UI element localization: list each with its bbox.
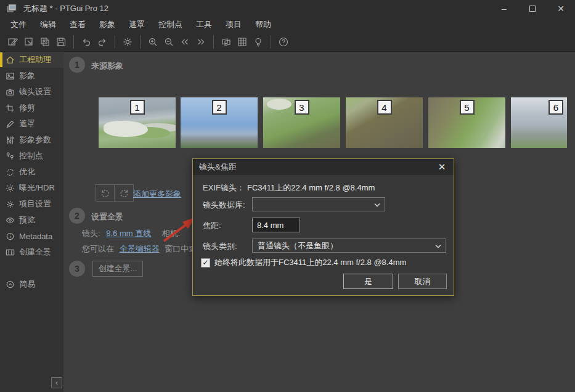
menu-project[interactable]: 项目 (219, 17, 248, 32)
sidebar-item-mask[interactable]: 遮罩 (0, 116, 63, 132)
dialog-close-button[interactable]: ✕ (435, 161, 449, 173)
zoom-in-icon[interactable] (145, 34, 161, 50)
sidebar-item-project-settings[interactable]: 项目设置 (0, 196, 63, 212)
sidebar-item-simple-mode[interactable]: 简易 (0, 276, 63, 292)
panorama-editor-link[interactable]: 全景编辑器 (120, 244, 160, 253)
settings-gear-icon[interactable] (120, 34, 136, 50)
zoom-out-icon[interactable] (161, 34, 177, 50)
panorama-editor-icon[interactable] (218, 34, 234, 50)
toolbar (0, 32, 575, 52)
edit-project-icon[interactable] (5, 34, 21, 50)
sidebar-item-metadata[interactable]: Metadata (0, 228, 63, 244)
lightbulb-icon[interactable] (250, 34, 266, 50)
lens-type-label: 镜头类别: (203, 241, 237, 252)
menu-tools[interactable]: 工具 (189, 17, 219, 32)
sidebar-collapse-button[interactable]: ‹ (51, 377, 62, 388)
sidebar-item-create-panorama[interactable]: 创建全景 (0, 244, 63, 260)
ptgui-window: 无标题 * - PTGui Pro 12 – ✕ 文件 编辑 查看 影象 遮罩 … (0, 0, 575, 392)
chevron-down-icon (435, 244, 441, 248)
minimize-button[interactable]: – (490, 0, 518, 17)
redo-icon[interactable] (94, 34, 110, 50)
toolbar-separator (73, 35, 74, 49)
toolbar-separator (271, 35, 271, 49)
yes-button[interactable]: 是 (343, 274, 393, 289)
step1-circle: 1 (69, 57, 85, 73)
sidebar-item-preview[interactable]: 预览 (0, 212, 63, 228)
panorama-icon (6, 248, 15, 257)
copy-project-icon[interactable] (37, 34, 53, 50)
gear-icon (6, 200, 15, 209)
image-number-badge: 5 (460, 100, 475, 115)
camera-label: 相机: (162, 229, 181, 238)
menu-view[interactable]: 查看 (63, 17, 92, 32)
source-image-thumbnail-6[interactable]: 6 (511, 97, 567, 148)
lens-type-dropdown[interactable]: 普通镜头（不是鱼眼） (252, 239, 446, 253)
sidebar-gap (0, 260, 63, 276)
menu-help[interactable]: 帮助 (248, 17, 278, 32)
source-image-thumbnail-1[interactable]: 1 (99, 97, 176, 148)
add-more-images-link[interactable]: 添加更多影象 (133, 189, 181, 200)
menu-control-points[interactable]: 控制点 (152, 17, 189, 32)
rotate-left-button[interactable] (96, 184, 115, 202)
sidebar-item-optimize[interactable]: 优化 (0, 164, 63, 180)
sidebar-item-crop[interactable]: 修剪 (0, 100, 63, 116)
image-number-badge: 3 (295, 100, 309, 115)
lens-type-value: 普通镜头（不是鱼眼） (258, 240, 338, 251)
lens-database-label: 镜头数据库: (203, 200, 245, 211)
help-icon[interactable] (275, 34, 292, 50)
focal-length-label: 焦距: (203, 220, 221, 231)
sidebar-item-project-assistant[interactable]: 工程助理 (0, 52, 63, 68)
detail-viewer-icon[interactable] (234, 34, 250, 50)
menu-file[interactable]: 文件 (4, 17, 33, 32)
sidebar-item-control-points[interactable]: 控制点 (0, 148, 63, 164)
create-panorama-button[interactable]: 创建全景... (92, 261, 143, 277)
always-use-data-checkbox[interactable]: ✓ (201, 258, 210, 267)
lens-label: 镜头: (82, 229, 100, 238)
image-number-badge: 6 (548, 100, 563, 115)
focal-length-input[interactable] (252, 218, 300, 232)
menu-edit[interactable]: 编辑 (33, 17, 63, 32)
next-image-icon[interactable] (193, 34, 209, 50)
sidebar-item-images[interactable]: 影象 (0, 68, 63, 84)
source-image-thumbnail-5[interactable]: 5 (428, 97, 505, 148)
home-icon (6, 55, 15, 65)
sidebar-item-image-parameters[interactable]: 影象参数 (0, 132, 63, 148)
app-icon (6, 4, 17, 14)
step2-title: 设置全景 (91, 211, 123, 223)
image-icon (6, 71, 15, 81)
cancel-button[interactable]: 取消 (398, 274, 447, 289)
undo-icon[interactable] (78, 34, 94, 50)
menu-bar: 文件 编辑 查看 影象 遮罩 控制点 工具 项目 帮助 (0, 17, 575, 32)
info-icon (6, 232, 15, 241)
menu-images[interactable]: 影象 (92, 17, 122, 32)
lens-link[interactable]: 8.6 mm 直线 (106, 229, 151, 238)
rotate-right-button[interactable] (115, 184, 134, 202)
always-use-data-row: ✓ 始终将此数据用于FC3411上的22.4 mm f/2.8 @8.4mm (201, 257, 406, 268)
chevron-down-icon (374, 203, 380, 207)
sidebar-item-lens-settings[interactable]: 镜头设置 (0, 84, 63, 100)
open-project-icon[interactable] (21, 34, 37, 50)
menu-mask[interactable]: 遮罩 (122, 17, 152, 32)
always-use-data-label: 始终将此数据用于FC3411上的22.4 mm f/2.8 @8.4mm (214, 257, 406, 268)
rotate-right-icon (119, 188, 129, 198)
source-image-thumbnail-2[interactable]: 2 (181, 97, 258, 148)
sliders-icon (6, 136, 15, 145)
source-image-thumbnail-3[interactable]: 3 (263, 97, 340, 148)
window-title: 无标题 * - PTGui Pro 12 (23, 3, 108, 14)
toolbar-separator (140, 35, 141, 49)
maximize-button[interactable] (518, 0, 547, 17)
lens-database-dropdown[interactable] (252, 197, 385, 211)
sidebar: 工程助理 影象 镜头设置 修剪 遮罩 影象参数 控制点 优化 (0, 52, 63, 392)
rotate-button-group (96, 184, 134, 202)
dialog-title-bar[interactable]: 镜头&焦距 ✕ (193, 159, 454, 175)
source-image-thumbnail-4[interactable]: 4 (346, 97, 423, 148)
editor-hint-prefix: 您可以在 (82, 244, 114, 253)
crop-icon (6, 104, 15, 113)
previous-image-icon[interactable] (177, 34, 193, 50)
sidebar-item-exposure-hdr[interactable]: 曝光/HDR (0, 180, 63, 196)
chevron-up-circle-icon (6, 280, 15, 289)
close-button[interactable]: ✕ (547, 0, 575, 17)
save-icon[interactable] (53, 34, 69, 50)
step2-circle: 2 (69, 208, 85, 224)
image-number-badge: 1 (130, 100, 145, 115)
